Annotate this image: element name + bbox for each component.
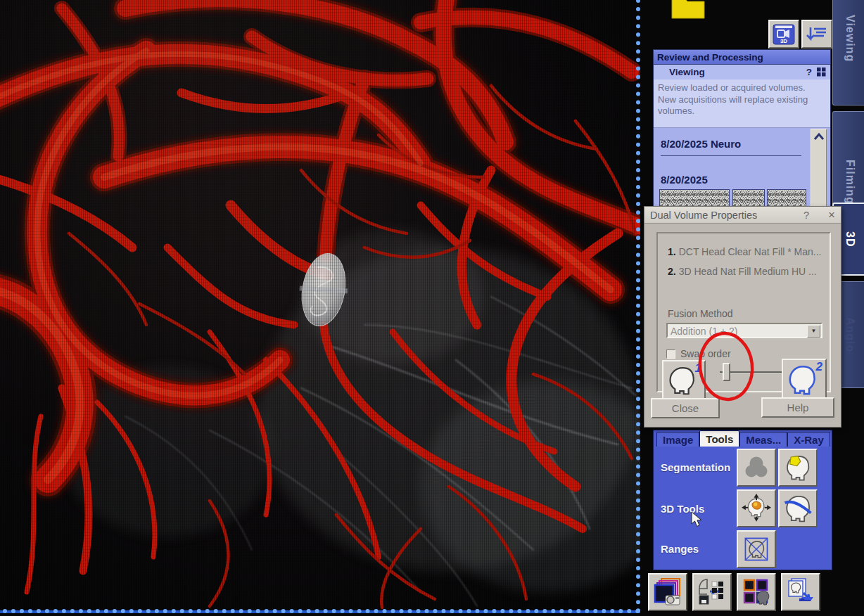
tab-xray[interactable]: X-Ray [787, 432, 830, 447]
slider-handle[interactable] [723, 363, 730, 381]
volume-1-name: DCT Head Clear Nat Fill * Man... [679, 246, 822, 257]
segment-region-icon [742, 454, 770, 482]
help-icon[interactable]: ? [806, 67, 812, 79]
segmentation-label: Segmentation [661, 461, 730, 473]
tab-image-label: Image [663, 434, 693, 446]
save-snapshot-button[interactable] [648, 573, 687, 611]
close-button[interactable]: Close [651, 398, 720, 418]
step-list-arrow-icon [805, 23, 829, 46]
fusion-method-label: Fusion Method [668, 308, 733, 319]
load-series-grid-icon [742, 577, 771, 607]
dialog-titlebar[interactable]: Dual Volume Properties ? × [644, 207, 841, 224]
study-list-scrollbar[interactable] [811, 129, 827, 218]
dual-volume-properties-dialog: Dual Volume Properties ? × 1.DCT Head Cl… [644, 206, 841, 428]
range-cube-icon [742, 535, 770, 563]
volume-2-entry: 2.3D Head Nat Fill Medium HU ... [668, 266, 817, 277]
dialog-close-icon[interactable]: × [818, 208, 835, 222]
tab-xray-label: X-Ray [794, 434, 824, 446]
tab-measurement-label: Meas... [746, 434, 781, 446]
tab-tools-label: Tools [706, 433, 733, 445]
help-button-label: Help [787, 402, 809, 413]
ranges-button[interactable] [737, 530, 776, 568]
volume-2-number: 2. [668, 266, 676, 277]
head-1-icon [666, 365, 697, 396]
step-list-button[interactable] [801, 20, 832, 49]
volume-2-button[interactable]: 2 [782, 359, 827, 401]
chevron-down-icon[interactable]: ▼ [807, 325, 820, 338]
ranges-label: Ranges [661, 543, 699, 555]
divider [661, 155, 801, 156]
workstation-screen: Viewing Filming 3D Angio 3D [0, 0, 864, 616]
segmentation-region-button[interactable] [737, 449, 776, 487]
export-volumes-button[interactable] [781, 573, 820, 611]
folder-icon[interactable] [670, 0, 706, 23]
cut-plane-button[interactable] [778, 489, 818, 527]
segmentation-punch-button[interactable] [778, 449, 818, 487]
fusion-method-value: Addition (1 + 2) [671, 326, 737, 337]
task-tab-angio-label: Angio [844, 317, 856, 352]
head-object-punch-icon [784, 454, 812, 482]
dialog-title: Dual Volume Properties [650, 210, 794, 221]
dialog-help-icon[interactable]: ? [794, 210, 818, 221]
volume-reposition-button[interactable] [737, 489, 776, 527]
volume-reposition-icon [742, 494, 771, 523]
cut-plane-icon [783, 494, 813, 523]
angiogram-3d-render [0, 0, 640, 610]
3d-tools-label: 3D Tools [661, 503, 704, 515]
review-processing-panel: Review and Processing Viewing ? Review l… [653, 49, 831, 218]
swap-order-label: Swap order [680, 348, 731, 359]
tab-image[interactable]: Image [656, 432, 699, 447]
dialog-body: 1.DCT Head Clear Nat Fill * Man... 2.3D … [656, 232, 831, 392]
close-button-label: Close [672, 402, 699, 414]
task-tab-viewing[interactable]: Viewing [832, 0, 864, 105]
volume-2-badge: 2 [816, 360, 822, 374]
task-tab-filming-label: Filming [844, 160, 856, 205]
fusion-method-select[interactable]: Addition (1 + 2) ▼ [666, 323, 822, 338]
panel-subtab-viewing[interactable]: Viewing [669, 67, 705, 79]
layout-grid-icon[interactable] [817, 68, 826, 77]
image-viewport[interactable] [0, 0, 640, 613]
tools-panel: Image Tools Meas... X-Ray Segmentation 3… [653, 430, 832, 570]
save-snapshot-camera-icon [653, 577, 682, 607]
study-entry[interactable]: 8/20/2025 [661, 174, 708, 186]
3d-reference-projector-icon: 3D [772, 23, 796, 46]
task-tab-viewing-label: Viewing [844, 15, 856, 62]
swap-order-checkbox[interactable] [666, 349, 675, 359]
export-to-folder-icon [785, 577, 816, 607]
scroll-up-icon[interactable] [813, 132, 825, 141]
svg-text:3D: 3D [780, 38, 787, 44]
tab-measurement[interactable]: Meas... [739, 432, 787, 447]
volume-1-button[interactable]: 1 [662, 360, 706, 401]
study-entry[interactable]: 8/20/2025 Neuro [661, 138, 741, 150]
volume-1-number: 1. [668, 246, 676, 257]
help-button[interactable]: Help [761, 397, 834, 418]
3d-reference-button[interactable]: 3D [768, 20, 799, 49]
volume-1-entry: 1.DCT Head Clear Nat Fill * Man... [668, 246, 822, 257]
save-to-film-button[interactable] [692, 573, 732, 611]
tab-tools[interactable]: Tools [699, 430, 739, 447]
head-2-icon [786, 364, 818, 396]
save-to-film-sheet-icon [697, 577, 728, 607]
load-series-button[interactable] [737, 573, 776, 611]
study-list: 8/20/2025 Neuro 8/20/2025 [654, 128, 830, 217]
volume-2-name: 3D Head Nat Fill Medium HU ... [679, 266, 817, 277]
task-tab-3d-label: 3D [844, 231, 856, 247]
panel-title: Review and Processing [654, 50, 830, 65]
panel-description: Review loaded or acquired volumes. New a… [654, 79, 830, 128]
volume-1-badge: 1 [695, 361, 701, 376]
